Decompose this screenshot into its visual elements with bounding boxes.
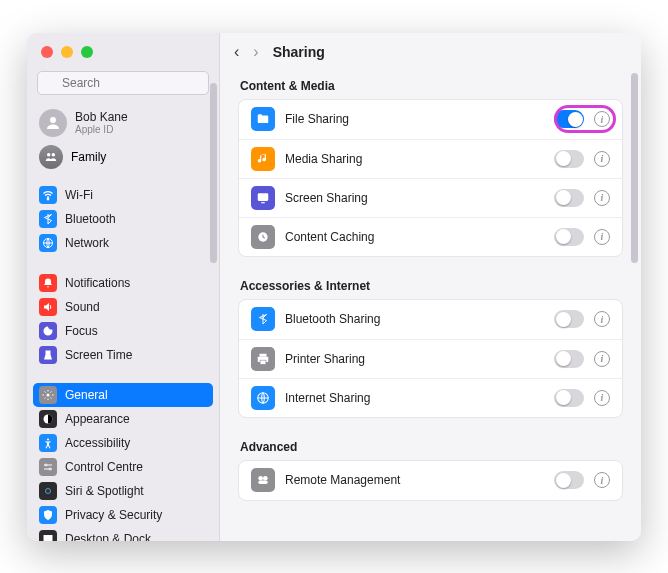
setting-row-content-caching: Content Cachingi <box>239 217 622 256</box>
avatar <box>39 109 67 137</box>
section-header: Advanced <box>238 432 623 460</box>
toggle-screen-sharing[interactable] <box>554 189 584 207</box>
back-button[interactable]: ‹ <box>234 43 239 61</box>
svg-point-2 <box>50 117 56 123</box>
sidebar-item-network[interactable]: Network <box>33 231 213 255</box>
info-button[interactable]: i <box>594 351 610 367</box>
svg-rect-19 <box>260 353 267 356</box>
sidebar-scrollbar[interactable] <box>210 83 217 263</box>
row-label: Media Sharing <box>285 152 544 166</box>
svg-point-9 <box>47 438 49 440</box>
sidebar-item-wi-fi[interactable]: Wi-Fi <box>33 183 213 207</box>
sidebar-item-label: Screen Time <box>65 348 132 362</box>
setting-row-remote-management: Remote Managementi <box>239 461 622 500</box>
main-header: ‹ › Sharing <box>220 33 641 71</box>
main-scrollbar[interactable] <box>631 73 638 263</box>
setting-row-internet-sharing: Internet Sharingi <box>239 378 622 417</box>
info-button[interactable]: i <box>594 472 610 488</box>
siri-icon <box>39 482 57 500</box>
settings-card: Bluetooth SharingiPrinter SharingiIntern… <box>238 299 623 418</box>
screen-icon <box>251 186 275 210</box>
info-button[interactable]: i <box>594 190 610 206</box>
accessibility-icon <box>39 434 57 452</box>
media-icon <box>251 147 275 171</box>
sidebar-item-screen-time[interactable]: Screen Time <box>33 343 213 367</box>
focus-icon <box>39 322 57 340</box>
info-button[interactable]: i <box>594 311 610 327</box>
sidebar-item-control-centre[interactable]: Control Centre <box>33 455 213 479</box>
sidebar-item-label: Accessibility <box>65 436 130 450</box>
folder-icon <box>251 107 275 131</box>
sidebar-item-label: General <box>65 388 108 402</box>
sidebar-item-label: Sound <box>65 300 100 314</box>
svg-rect-16 <box>258 193 269 201</box>
svg-point-4 <box>52 152 56 156</box>
bluetooth-icon <box>39 210 57 228</box>
info-button[interactable]: i <box>594 390 610 406</box>
sidebar-item-label: Control Centre <box>65 460 143 474</box>
bluetooth-icon <box>251 307 275 331</box>
forward-button[interactable]: › <box>253 43 258 61</box>
toggle-printer-sharing[interactable] <box>554 350 584 368</box>
svg-point-5 <box>47 198 49 200</box>
row-label: Screen Sharing <box>285 191 544 205</box>
sidebar-item-label: Appearance <box>65 412 130 426</box>
svg-point-3 <box>47 152 51 156</box>
sidebar-item-label: Focus <box>65 324 98 338</box>
svg-rect-17 <box>261 202 265 203</box>
family-row[interactable]: Family <box>33 141 213 179</box>
toggle-bluetooth-sharing[interactable] <box>554 310 584 328</box>
toggle-media-sharing[interactable] <box>554 150 584 168</box>
sidebar-item-bluetooth[interactable]: Bluetooth <box>33 207 213 231</box>
svg-point-10 <box>45 464 47 466</box>
sidebar-item-siri-spotlight[interactable]: Siri & Spotlight <box>33 479 213 503</box>
close-button[interactable] <box>41 46 53 58</box>
remote-icon <box>251 468 275 492</box>
minimize-button[interactable] <box>61 46 73 58</box>
sidebar-item-notifications[interactable]: Notifications <box>33 271 213 295</box>
row-label: File Sharing <box>285 112 544 126</box>
svg-rect-21 <box>260 360 266 364</box>
cache-icon <box>251 225 275 249</box>
sidebar-item-focus[interactable]: Focus <box>33 319 213 343</box>
svg-rect-14 <box>44 535 53 541</box>
dock-icon <box>39 530 57 541</box>
toggle-file-sharing[interactable] <box>554 110 584 128</box>
sidebar-item-general[interactable]: General <box>33 383 213 407</box>
svg-rect-25 <box>258 481 267 485</box>
section-header: Accessories & Internet <box>238 271 623 299</box>
svg-point-11 <box>49 468 51 470</box>
section-header: Content & Media <box>238 71 623 99</box>
screentime-icon <box>39 346 57 364</box>
globe-icon <box>251 386 275 410</box>
setting-row-file-sharing: File Sharingi <box>239 100 622 139</box>
sidebar-item-desktop-dock[interactable]: Desktop & Dock <box>33 527 213 541</box>
toggle-content-caching[interactable] <box>554 228 584 246</box>
info-button[interactable]: i <box>594 111 610 127</box>
zoom-button[interactable] <box>81 46 93 58</box>
toggle-remote-management[interactable] <box>554 471 584 489</box>
info-button[interactable]: i <box>594 151 610 167</box>
user-name: Bob Kane <box>75 110 128 124</box>
sidebar-item-label: Privacy & Security <box>65 508 162 522</box>
settings-window: Bob Kane Apple ID Family Wi-FiBluetoothN… <box>27 33 641 541</box>
sidebar-item-label: Notifications <box>65 276 130 290</box>
sidebar-item-label: Bluetooth <box>65 212 116 226</box>
sidebar-item-privacy-security[interactable]: Privacy & Security <box>33 503 213 527</box>
apple-id-row[interactable]: Bob Kane Apple ID <box>33 103 213 141</box>
info-button[interactable]: i <box>594 229 610 245</box>
sidebar-item-sound[interactable]: Sound <box>33 295 213 319</box>
sidebar-item-accessibility[interactable]: Accessibility <box>33 431 213 455</box>
family-label: Family <box>71 150 106 164</box>
printer-icon <box>251 347 275 371</box>
toggle-internet-sharing[interactable] <box>554 389 584 407</box>
sidebar-item-appearance[interactable]: Appearance <box>33 407 213 431</box>
sidebar-item-label: Siri & Spotlight <box>65 484 144 498</box>
titlebar <box>27 33 219 71</box>
row-label: Printer Sharing <box>285 352 544 366</box>
search-input[interactable] <box>37 71 209 95</box>
sidebar-item-label: Network <box>65 236 109 250</box>
row-label: Bluetooth Sharing <box>285 312 544 326</box>
svg-point-24 <box>263 476 268 481</box>
svg-point-7 <box>47 393 50 396</box>
